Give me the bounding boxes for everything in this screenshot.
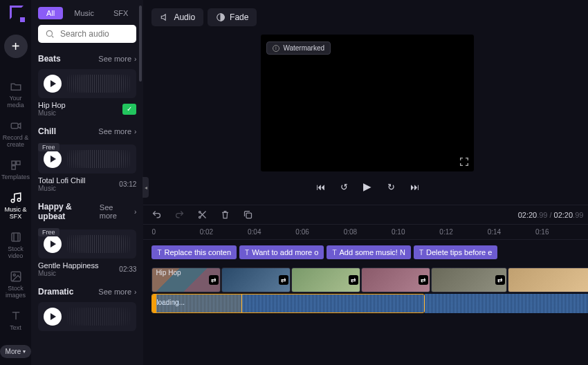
text-tag[interactable]: TAdd some music! N: [327, 245, 410, 259]
video-clip[interactable]: ⇄: [291, 268, 360, 292]
chevron-right-icon: ›: [134, 208, 136, 216]
camera-icon: [10, 120, 22, 132]
transition-icon[interactable]: ⇄: [349, 275, 358, 285]
video-clip[interactable]: ⇄: [431, 268, 507, 292]
text-tag[interactable]: TWant to add more o: [239, 245, 324, 259]
image-icon: [10, 270, 22, 283]
fade-icon: [216, 12, 226, 22]
audio-clip-label: Hip Hop: [156, 269, 181, 277]
text-icon: T: [419, 249, 423, 256]
delete-button[interactable]: [220, 209, 230, 220]
see-more-dramatic[interactable]: See more›: [98, 288, 136, 296]
play-button[interactable]: [44, 150, 62, 168]
text-tag[interactable]: TReplace this conten: [151, 245, 237, 259]
svg-point-12: [199, 216, 201, 218]
tab-music[interactable]: Music: [66, 7, 102, 19]
rail-more[interactable]: More▾: [0, 345, 31, 358]
transition-icon[interactable]: ⇄: [209, 275, 219, 285]
svg-rect-1: [12, 161, 15, 165]
timeline-ruler[interactable]: 00:020:040:060:080:100:120:140:16: [143, 225, 588, 240]
rail-your-media[interactable]: Your media: [0, 76, 31, 115]
text-tag[interactable]: TDelete tips before e: [414, 245, 498, 259]
play-button[interactable]: [44, 235, 62, 253]
fade-button[interactable]: Fade: [208, 8, 257, 26]
video-track[interactable]: ⇄ ⇄ ⇄ ⇄ ⇄: [151, 268, 588, 292]
duplicate-button[interactable]: [243, 209, 253, 220]
forward-button[interactable]: ↻: [385, 181, 396, 192]
transport-controls: ⏮ ↺ ▶ ↻ ⏭: [315, 181, 420, 192]
loading-label: loading...: [156, 299, 185, 306]
audio-clip-extension[interactable]: [425, 294, 588, 313]
audio-track-item[interactable]: Free Total Lofi Chill Music 03:12: [38, 144, 136, 192]
split-button[interactable]: [197, 209, 208, 220]
video-preview[interactable]: Watermarked: [261, 35, 474, 171]
rail-stock-video[interactable]: Stock video: [0, 227, 31, 266]
fullscreen-icon[interactable]: [459, 156, 470, 167]
music-icon: [10, 191, 22, 204]
see-more-chill[interactable]: See more›: [98, 127, 136, 135]
speaker-icon: [160, 12, 169, 22]
video-clip[interactable]: ⇄: [361, 268, 430, 292]
play-icon: [50, 313, 56, 320]
category-title: Dramatic: [38, 287, 73, 297]
see-more-happy[interactable]: See more›: [100, 203, 137, 220]
rail-text[interactable]: Text: [0, 306, 31, 338]
track-duration: 02:33: [119, 265, 136, 273]
category-title: Chill: [38, 127, 56, 136]
video-clip[interactable]: [508, 268, 588, 292]
watermark-badge: Watermarked: [266, 41, 331, 55]
transition-icon[interactable]: ⇄: [279, 275, 288, 285]
search-audio[interactable]: [38, 25, 136, 43]
info-icon: [273, 45, 279, 52]
transition-icon[interactable]: ⇄: [419, 275, 428, 285]
audio-button[interactable]: Audio: [151, 8, 203, 26]
redo-button[interactable]: [174, 209, 185, 220]
rail-stock-images[interactable]: Stock images: [0, 266, 31, 306]
rewind-button[interactable]: ↺: [338, 181, 349, 192]
play-button[interactable]: [44, 75, 62, 93]
chevron-right-icon: ›: [134, 288, 136, 296]
audio-track-item[interactable]: Free Gentle Happiness Music 02:33: [38, 230, 136, 277]
track-sub: Music: [38, 270, 98, 277]
audio-track-item[interactable]: [38, 302, 136, 331]
waveform-thumb: [67, 235, 131, 253]
video-clip[interactable]: ⇄: [221, 268, 291, 292]
app-logo: [7, 4, 25, 22]
undo-button[interactable]: [151, 209, 162, 220]
search-input[interactable]: [60, 29, 129, 39]
see-more-beats[interactable]: See more›: [98, 55, 136, 63]
svg-point-4: [11, 199, 15, 203]
svg-rect-2: [16, 161, 19, 165]
folder-icon: [10, 80, 22, 93]
tab-sfx[interactable]: SFX: [105, 7, 136, 19]
play-button[interactable]: ▶: [362, 181, 373, 192]
audio-track[interactable]: Hip Hop loading...: [151, 294, 588, 313]
transition-icon[interactable]: ⇄: [495, 275, 505, 285]
chevron-down-icon: ▾: [23, 348, 26, 355]
audio-sidebar: All Music SFX Beats See more› Hip Hop: [31, 0, 143, 365]
audio-track-item[interactable]: Hip Hop Music ✓: [38, 69, 136, 117]
audio-clip-selected[interactable]: loading...: [151, 294, 425, 313]
svg-rect-3: [12, 166, 15, 169]
tab-all[interactable]: All: [38, 7, 63, 19]
main-area: ◂ Audio Fade Watermarked ⏮ ↺: [143, 0, 588, 365]
rail-record-create[interactable]: Record & create: [0, 115, 31, 155]
waveform: [425, 294, 588, 313]
play-icon: [50, 80, 56, 87]
svg-rect-6: [12, 233, 20, 241]
chevron-right-icon: ›: [134, 128, 136, 135]
collapse-sidebar[interactable]: ◂: [143, 177, 149, 198]
nav-rail: + Your media Record & create Templates M…: [0, 0, 31, 365]
rail-music-sfx[interactable]: Music & SFX: [0, 187, 31, 227]
play-button[interactable]: [44, 308, 62, 326]
timeline-tracks[interactable]: TReplace this conten TWant to add more o…: [143, 240, 588, 321]
search-icon: [45, 29, 55, 39]
scrollbar[interactable]: [139, 6, 142, 82]
category-title: Beats: [38, 54, 61, 64]
next-button[interactable]: ⏭: [409, 181, 420, 192]
track-sub: Music: [38, 185, 85, 192]
play-icon: [50, 241, 56, 247]
add-button[interactable]: +: [4, 35, 28, 58]
prev-button[interactable]: ⏮: [315, 181, 326, 192]
rail-templates[interactable]: Templates: [0, 155, 31, 187]
